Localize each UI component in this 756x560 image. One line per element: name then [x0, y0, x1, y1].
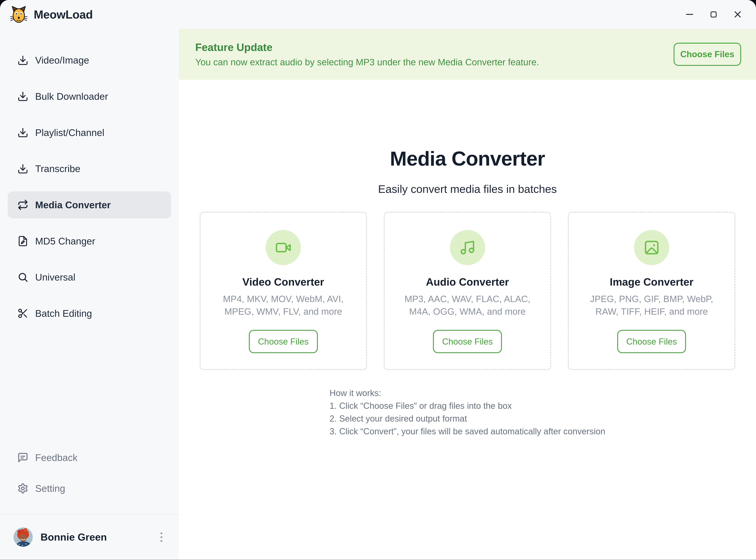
- video-converter-dropzone[interactable]: Video Converter MP4, MKV, MOV, WebM, AVI…: [200, 212, 367, 370]
- sidebar-item-label: Video/Image: [35, 55, 89, 66]
- avatar: [14, 527, 33, 547]
- sidebar-item-batch-editing[interactable]: Batch Editing: [8, 300, 171, 327]
- card-title: Image Converter: [610, 276, 693, 288]
- sidebar-item-label: Transcribe: [35, 163, 80, 174]
- image-icon-circle: [634, 230, 669, 265]
- card-formats: MP4, MKV, MOV, WebM, AVI, MPEG, WMV, FLV…: [211, 293, 356, 318]
- minimize-button[interactable]: [684, 9, 695, 20]
- image-choose-files-button[interactable]: Choose Files: [617, 330, 686, 353]
- music-icon: [459, 239, 476, 256]
- search-icon: [17, 272, 28, 283]
- image-icon: [643, 239, 660, 256]
- file-pen-icon: [17, 236, 28, 246]
- how-it-works-text: How it works: 1. Click “Choose Files” or…: [330, 387, 605, 438]
- sidebar: Video/Image Bulk Downloader Playlist/Cha…: [0, 29, 179, 560]
- sidebar-nav: Video/Image Bulk Downloader Playlist/Cha…: [8, 47, 171, 327]
- card-title: Audio Converter: [426, 276, 509, 288]
- banner-message: You can now extract audio by selecting M…: [195, 57, 539, 67]
- brand: MeowLoad: [9, 5, 93, 24]
- audio-converter-dropzone[interactable]: Audio Converter MP3, AAC, WAV, FLAC, ALA…: [384, 212, 551, 370]
- how-it-works-step: 1. Click “Choose Files” or drag files in…: [330, 400, 605, 412]
- main-content: Media Converter Easily convert media fil…: [179, 80, 756, 560]
- banner-choose-files-button[interactable]: Choose Files: [674, 43, 741, 66]
- sidebar-item-label: Bulk Downloader: [35, 91, 108, 102]
- sidebar-item-feedback[interactable]: Feedback: [8, 444, 171, 471]
- sidebar-footer-nav: Feedback Setting: [8, 444, 171, 502]
- how-it-works-step: 2. Select your desired output format: [330, 412, 605, 425]
- close-icon: [732, 9, 743, 20]
- sidebar-item-bulk-downloader[interactable]: Bulk Downloader: [8, 83, 171, 110]
- download-icon: [17, 55, 28, 66]
- close-button[interactable]: [732, 9, 743, 20]
- sidebar-item-label: Setting: [35, 483, 65, 494]
- app-window: MeowLoad Video/Image Bulk Downloader: [0, 0, 756, 560]
- sidebar-item-setting[interactable]: Setting: [8, 475, 171, 502]
- sidebar-item-universal[interactable]: Universal: [8, 264, 171, 291]
- converter-cards: Video Converter MP4, MKV, MOV, WebM, AVI…: [179, 212, 756, 370]
- titlebar: MeowLoad: [0, 0, 756, 29]
- how-it-works-title: How it works:: [330, 387, 605, 400]
- sidebar-item-video-image[interactable]: Video/Image: [8, 47, 171, 74]
- image-converter-dropzone[interactable]: Image Converter JPEG, PNG, GIF, BMP, Web…: [568, 212, 735, 370]
- user-profile[interactable]: Bonnie Green: [0, 524, 179, 551]
- card-formats: MP3, AAC, WAV, FLAC, ALAC, M4A, OGG, WMA…: [395, 293, 540, 318]
- maximize-icon: [709, 9, 718, 19]
- sidebar-item-label: Batch Editing: [35, 308, 92, 319]
- message-icon: [17, 452, 28, 463]
- page-title: Media Converter: [179, 80, 756, 170]
- download-icon: [17, 91, 28, 102]
- page-subtitle: Easily convert media files in batches: [179, 183, 756, 195]
- sidebar-item-playlist-channel[interactable]: Playlist/Channel: [8, 119, 171, 146]
- sidebar-item-label: Media Converter: [35, 199, 111, 211]
- app-title: MeowLoad: [34, 8, 93, 21]
- user-menu-kebab-icon[interactable]: [159, 529, 164, 545]
- how-it-works-section: How it works: 1. Click “Choose Files” or…: [179, 387, 756, 438]
- sidebar-divider: [0, 514, 179, 515]
- sidebar-item-media-converter[interactable]: Media Converter: [8, 192, 171, 218]
- maximize-button[interactable]: [708, 9, 719, 20]
- video-icon-circle: [266, 230, 301, 265]
- sidebar-item-label: Playlist/Channel: [35, 127, 104, 138]
- card-formats: JPEG, PNG, GIF, BMP, WebP, RAW, TIFF, HE…: [579, 293, 724, 318]
- gear-icon: [17, 483, 28, 494]
- sidebar-item-label: Universal: [35, 272, 75, 283]
- video-icon: [275, 239, 292, 256]
- video-choose-files-button[interactable]: Choose Files: [249, 330, 318, 353]
- music-icon-circle: [450, 230, 485, 265]
- sidebar-item-md5-changer[interactable]: MD5 Changer: [8, 227, 171, 255]
- download-icon: [17, 163, 28, 174]
- sidebar-item-label: Feedback: [35, 452, 78, 463]
- card-title: Video Converter: [242, 276, 324, 288]
- download-icon: [17, 127, 28, 138]
- scissors-icon: [17, 308, 28, 319]
- user-name: Bonnie Green: [40, 531, 107, 543]
- feature-update-banner: Feature Update You can now extract audio…: [179, 29, 756, 79]
- cat-logo-icon: [9, 5, 28, 24]
- minimize-icon: [684, 9, 695, 20]
- banner-title: Feature Update: [195, 41, 539, 53]
- window-controls: [684, 9, 743, 20]
- how-it-works-step: 3. Click “Convert”, your files will be s…: [330, 425, 605, 438]
- sidebar-item-transcribe[interactable]: Transcribe: [8, 155, 171, 182]
- audio-choose-files-button[interactable]: Choose Files: [433, 330, 502, 353]
- repeat-icon: [17, 199, 28, 211]
- sidebar-item-label: MD5 Changer: [35, 236, 95, 247]
- banner-text: Feature Update You can now extract audio…: [195, 41, 539, 67]
